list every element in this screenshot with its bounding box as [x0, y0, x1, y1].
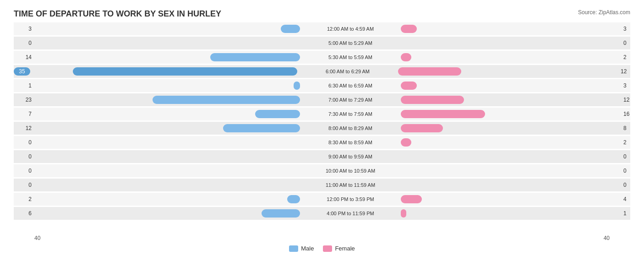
- right-bar-area: [401, 96, 621, 104]
- chart-row: 011:00 AM to 11:59 AM0: [14, 179, 630, 191]
- male-bar: [255, 110, 300, 118]
- right-bar-area: [401, 138, 621, 147]
- left-value: 6: [14, 210, 34, 217]
- right-bar-area: [401, 82, 621, 90]
- legend-female-box: [323, 245, 332, 252]
- female-bar: [401, 138, 411, 147]
- left-value: 1: [14, 82, 34, 89]
- left-value: 14: [14, 54, 34, 60]
- legend-female-label: Female: [335, 245, 355, 252]
- right-value: 12: [621, 97, 639, 103]
- left-bar-area: [34, 110, 300, 118]
- legend-male: Male: [289, 245, 314, 252]
- left-value: 0: [14, 139, 34, 146]
- chart-row: 145:30 AM to 5:59 AM2: [14, 51, 630, 64]
- left-bar-area: [34, 209, 300, 218]
- time-range-label: 8:00 AM to 8:29 AM: [300, 125, 401, 131]
- axis-left-label: 40: [34, 235, 40, 241]
- left-bar-area: [34, 82, 300, 90]
- male-bar: [262, 209, 300, 218]
- left-bar-area: [32, 67, 297, 76]
- female-bar: [401, 124, 443, 132]
- chart-container: TIME OF DEPARTURE TO WORK BY SEX IN HURL…: [0, 0, 644, 272]
- chart-title: TIME OF DEPARTURE TO WORK BY SEX IN HURL…: [14, 9, 630, 19]
- chart-area: 312:00 AM to 4:59 AM305:00 AM to 5:29 AM…: [14, 22, 630, 233]
- right-value: 2: [621, 54, 639, 60]
- right-bar-area: [401, 195, 621, 203]
- time-range-label: 6:30 AM to 6:59 AM: [300, 83, 401, 88]
- chart-row: 05:00 AM to 5:29 AM0: [14, 37, 630, 49]
- left-value: 2: [14, 196, 34, 202]
- left-bar-area: [34, 25, 300, 33]
- chart-row: 08:30 AM to 8:59 AM2: [14, 136, 630, 149]
- legend-male-box: [289, 245, 298, 252]
- right-bar-area: [401, 39, 621, 47]
- chart-row: 010:00 AM to 10:59 AM0: [14, 164, 630, 177]
- left-value: 35: [14, 67, 30, 76]
- legend-female: Female: [323, 245, 355, 252]
- left-value: 3: [14, 26, 34, 32]
- left-value: 7: [14, 111, 34, 117]
- male-bar: [287, 195, 300, 203]
- left-bar-area: [34, 39, 300, 47]
- chart-row: 212:00 PM to 3:59 PM4: [14, 193, 630, 206]
- time-range-label: 11:00 AM to 11:59 AM: [300, 182, 401, 188]
- female-bar: [401, 82, 417, 90]
- male-bar: [210, 53, 300, 61]
- male-bar: [73, 67, 297, 76]
- time-range-label: 12:00 PM to 3:59 PM: [300, 196, 401, 202]
- right-value: 2: [621, 139, 639, 146]
- axis-labels: 40 40: [14, 235, 630, 241]
- right-value: 16: [621, 111, 639, 117]
- male-bar: [281, 25, 300, 33]
- left-bar-area: [34, 53, 300, 61]
- left-value: 0: [14, 168, 34, 174]
- chart-row: 64:00 PM to 11:59 PM1: [14, 207, 630, 220]
- right-bar-area: [401, 124, 621, 132]
- right-value: 0: [621, 153, 639, 160]
- right-value: 12: [618, 68, 636, 75]
- female-bar: [398, 67, 461, 76]
- axis-right-label: 40: [604, 235, 610, 241]
- time-range-label: 4:00 PM to 11:59 PM: [300, 211, 401, 216]
- left-value: 12: [14, 125, 34, 131]
- chart-row: 312:00 AM to 4:59 AM3: [14, 22, 630, 35]
- female-bar: [401, 195, 422, 203]
- time-range-label: 9:00 AM to 9:59 AM: [300, 154, 401, 159]
- left-bar-area: [34, 96, 300, 104]
- right-value: 3: [621, 82, 639, 89]
- right-bar-area: [401, 209, 621, 218]
- right-value: 1: [621, 210, 639, 217]
- time-range-label: 6:00 AM to 6:29 AM: [297, 69, 398, 74]
- chart-row: 356:00 AM to 6:29 AM12: [14, 65, 630, 78]
- right-bar-area: [401, 152, 621, 161]
- right-value: 8: [621, 125, 639, 131]
- chart-row: 16:30 AM to 6:59 AM3: [14, 79, 630, 92]
- time-range-label: 10:00 AM to 10:59 AM: [300, 168, 401, 174]
- time-range-label: 8:30 AM to 8:59 AM: [300, 140, 401, 145]
- time-range-label: 5:00 AM to 5:29 AM: [300, 40, 401, 46]
- right-bar-area: [401, 181, 621, 189]
- right-value: 4: [621, 196, 639, 202]
- male-bar: [223, 124, 300, 132]
- female-bar: [401, 53, 411, 61]
- chart-row: 128:00 AM to 8:29 AM8: [14, 122, 630, 135]
- time-range-label: 5:30 AM to 5:59 AM: [300, 54, 401, 60]
- right-bar-area: [401, 25, 621, 33]
- left-bar-area: [34, 181, 300, 189]
- chart-row: 77:30 AM to 7:59 AM16: [14, 108, 630, 120]
- time-range-label: 7:30 AM to 7:59 AM: [300, 111, 401, 117]
- left-value: 0: [14, 153, 34, 160]
- right-value: 0: [621, 40, 639, 46]
- left-value: 23: [14, 97, 34, 103]
- female-bar: [401, 96, 464, 104]
- female-bar: [401, 25, 417, 33]
- right-bar-area: [401, 167, 621, 175]
- left-bar-area: [34, 152, 300, 161]
- male-bar: [294, 82, 300, 90]
- right-bar-area: [398, 67, 618, 76]
- left-bar-area: [34, 195, 300, 203]
- time-range-label: 7:00 AM to 7:29 AM: [300, 97, 401, 103]
- left-bar-area: [34, 167, 300, 175]
- left-bar-area: [34, 138, 300, 147]
